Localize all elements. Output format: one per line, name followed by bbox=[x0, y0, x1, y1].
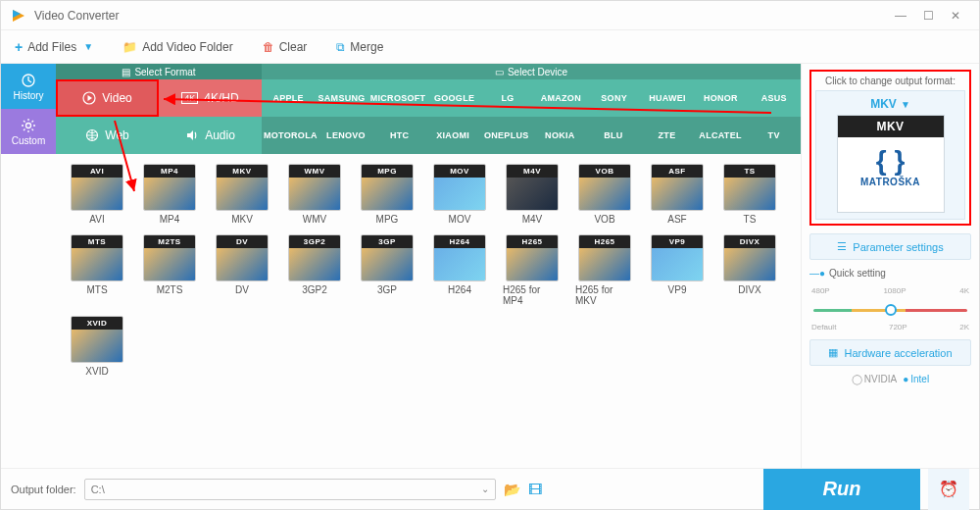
brand-honor[interactable]: honor bbox=[694, 79, 747, 117]
open-folder-button[interactable]: 📂 bbox=[504, 482, 520, 497]
run-button[interactable]: Run bbox=[763, 469, 920, 510]
format-tile-mpg[interactable]: MPGMPG bbox=[358, 164, 416, 225]
format-thumb: MTS bbox=[71, 234, 123, 281]
format-tile-vp9[interactable]: VP9VP9 bbox=[648, 234, 707, 306]
format-tile-vob[interactable]: VOBVOB bbox=[575, 164, 634, 225]
format-tile-xvid[interactable]: XVIDXVID bbox=[68, 316, 126, 377]
format-tile-h265-for-mkv[interactable]: H265H265 for MKV bbox=[575, 234, 634, 306]
brand-oneplus[interactable]: OnePlus bbox=[479, 117, 533, 154]
add-files-button[interactable]: + Add Files ▼ bbox=[9, 35, 99, 59]
format-thumb: MOV bbox=[433, 164, 486, 211]
brand-google[interactable]: Google bbox=[427, 79, 480, 117]
tab-video[interactable]: Video bbox=[56, 79, 159, 117]
merge-label: Merge bbox=[350, 40, 383, 54]
brand-motorola[interactable]: Motorola bbox=[262, 117, 319, 154]
merge-button[interactable]: ⧉ Merge bbox=[330, 36, 389, 58]
brand-microsoft[interactable]: Microsoft bbox=[368, 79, 428, 117]
output-format-selector[interactable]: MKV ▼ MKV { } MATROŠKA bbox=[815, 90, 965, 220]
intel-badge: ● Intel bbox=[903, 374, 929, 384]
format-thumb: H265 bbox=[578, 234, 631, 281]
brand-lg[interactable]: LG bbox=[481, 79, 534, 117]
brand-xiaomi[interactable]: Xiaomi bbox=[426, 117, 480, 154]
format-label: MP4 bbox=[160, 214, 180, 225]
format-label: VOB bbox=[594, 214, 614, 225]
tab-audio[interactable]: Audio bbox=[159, 117, 262, 154]
brand-apple[interactable]: Apple bbox=[262, 79, 315, 117]
format-thumb-header: H264 bbox=[434, 235, 485, 248]
format-thumb-header: DIVX bbox=[724, 235, 775, 248]
clear-button[interactable]: 🗑 Clear bbox=[257, 36, 314, 58]
format-tile-divx[interactable]: DIVXDIVX bbox=[720, 234, 779, 306]
minimize-button[interactable]: — bbox=[887, 9, 914, 23]
output-thumb-header: MKV bbox=[838, 116, 944, 137]
brand-amazon[interactable]: amazon bbox=[534, 79, 587, 117]
format-tile-m2ts[interactable]: M2TSM2TS bbox=[140, 234, 199, 306]
format-tile-wmv[interactable]: WMVWMV bbox=[285, 164, 344, 225]
brand-samsung[interactable]: Samsung bbox=[315, 79, 368, 117]
nvidia-badge: ◯ NVIDIA bbox=[852, 374, 897, 384]
format-label: 3GP bbox=[377, 284, 397, 295]
format-thumb-header: AVI bbox=[72, 165, 122, 178]
nav-history[interactable]: History bbox=[1, 64, 56, 109]
format-label: DIVX bbox=[738, 284, 760, 295]
nav-custom[interactable]: Custom bbox=[1, 109, 56, 154]
caret-down-icon: ▼ bbox=[83, 41, 93, 52]
format-label: TS bbox=[744, 214, 757, 225]
format-thumb-header: M2TS bbox=[144, 235, 195, 248]
add-video-folder-button[interactable]: 📁 Add Video Folder bbox=[117, 36, 239, 58]
slider-thumb[interactable] bbox=[885, 304, 897, 316]
brand-htc[interactable]: HTC bbox=[372, 117, 426, 154]
brand-nokia[interactable]: NOKIA bbox=[533, 117, 587, 154]
format-tile-h265-for-mp4[interactable]: H265H265 for MP4 bbox=[503, 234, 562, 306]
format-tile-ts[interactable]: TSTS bbox=[720, 164, 779, 225]
run-label: Run bbox=[823, 478, 861, 500]
format-thumb-header: VP9 bbox=[652, 235, 703, 248]
close-button[interactable]: ✕ bbox=[942, 9, 969, 23]
format-label: MOV bbox=[449, 214, 471, 225]
format-thumb-art bbox=[144, 248, 195, 280]
format-tile-mov[interactable]: MOVMOV bbox=[430, 164, 489, 225]
brand-alcatel[interactable]: alcatel bbox=[694, 117, 748, 154]
format-thumb-art bbox=[72, 178, 122, 210]
format-tile-3gp2[interactable]: 3GP23GP2 bbox=[285, 234, 344, 306]
brand-tv[interactable]: TV bbox=[747, 117, 801, 154]
brand-asus[interactable]: ASUS bbox=[748, 79, 801, 117]
parameter-settings-button[interactable]: ☰ Parameter settings bbox=[809, 233, 971, 260]
format-tile-mts[interactable]: MTSMTS bbox=[68, 234, 126, 306]
format-tile-dv[interactable]: DVDV bbox=[213, 234, 271, 306]
format-tile-mkv[interactable]: MKVMKV bbox=[213, 164, 271, 225]
brand-huawei[interactable]: Huawei bbox=[641, 79, 694, 117]
format-tile-asf[interactable]: ASFASF bbox=[648, 164, 707, 225]
format-tile-mp4[interactable]: MP4MP4 bbox=[140, 164, 199, 225]
gear-icon bbox=[21, 118, 36, 133]
film-icon[interactable]: 🎞 bbox=[528, 482, 542, 497]
format-thumb-art bbox=[72, 248, 122, 280]
tab-head-device: ▭ Select Device bbox=[262, 64, 801, 79]
format-thumb-art bbox=[507, 248, 558, 280]
format-thumb-art bbox=[434, 248, 485, 280]
tick-label: Default bbox=[811, 323, 836, 332]
hardware-acceleration-button[interactable]: ▦ Hardware acceleration bbox=[809, 339, 971, 366]
tab-4khd[interactable]: 4K 4K/HD bbox=[159, 79, 262, 117]
quick-setting-label: —● Quick setting bbox=[809, 268, 971, 279]
brand-sony[interactable]: SONY bbox=[588, 79, 641, 117]
format-label: H264 bbox=[448, 284, 471, 295]
format-tile-avi[interactable]: AVIAVI bbox=[68, 164, 126, 225]
tab-web[interactable]: Web bbox=[56, 117, 159, 154]
format-thumb: MPG bbox=[361, 164, 414, 211]
brand-blu[interactable]: BLU bbox=[587, 117, 641, 154]
brand-zte[interactable]: ZTE bbox=[640, 117, 694, 154]
format-thumb-header: WMV bbox=[289, 165, 340, 178]
format-thumb-art bbox=[289, 248, 340, 280]
format-thumb-art bbox=[362, 178, 413, 210]
format-tile-m4v[interactable]: M4VM4V bbox=[503, 164, 562, 225]
maximize-button[interactable]: ☐ bbox=[914, 9, 942, 23]
brand-lenovo[interactable]: Lenovo bbox=[319, 117, 373, 154]
quality-slider[interactable] bbox=[809, 295, 971, 323]
format-tile-h264[interactable]: H264H264 bbox=[430, 234, 489, 306]
doc-icon: ▤ bbox=[122, 67, 130, 77]
format-tile-3gp[interactable]: 3GP3GP bbox=[358, 234, 416, 306]
output-folder-input[interactable]: C:\ ⌄ bbox=[84, 479, 496, 500]
add-files-label: Add Files bbox=[27, 40, 76, 54]
scheduler-button[interactable]: ⏰ bbox=[928, 469, 969, 510]
